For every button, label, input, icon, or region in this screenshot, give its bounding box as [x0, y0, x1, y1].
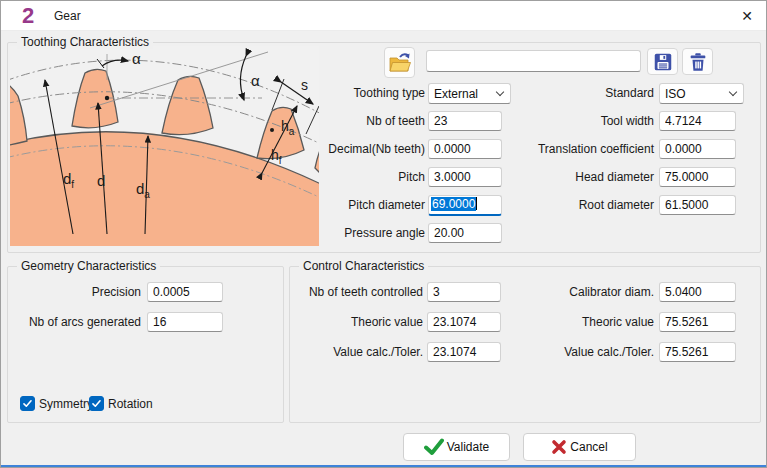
save-button[interactable]: [647, 48, 678, 75]
toothing-group-title: Toothing Characteristics: [17, 35, 153, 49]
value-calc-toler-left-label: Value calc./Toler.: [291, 342, 423, 362]
control-group-title: Control Characteristics: [299, 259, 428, 273]
rotation-checkbox-label: Rotation: [108, 396, 153, 412]
green-check-icon: [424, 438, 444, 456]
value-calc-toler-right-input[interactable]: [659, 342, 736, 362]
app-logo: 2: [22, 3, 34, 29]
validate-button-label: Validate: [447, 440, 489, 454]
window-bottom-accent: [1, 465, 766, 467]
head-diameter-label: Head diameter: [471, 167, 654, 187]
selected-text: 69.0000: [431, 197, 476, 211]
check-icon: [91, 398, 102, 409]
theoric-value-left-label: Theoric value: [291, 312, 423, 332]
precision-input[interactable]: [147, 282, 223, 302]
pressure-angle-input[interactable]: [428, 223, 502, 243]
open-folder-icon: [388, 51, 412, 75]
symmetry-checkbox-label: Symmetry: [39, 396, 93, 412]
value-calc-toler-right-label: Value calc./Toler.: [516, 342, 654, 362]
close-icon[interactable]: ✕: [736, 5, 758, 27]
toothing-type-label: Toothing type: [251, 83, 425, 103]
tool-width-input[interactable]: [659, 111, 736, 131]
decimal-nb-teeth-label: Decimal(Nb teeth): [251, 139, 425, 159]
geometry-group-title: Geometry Characteristics: [17, 259, 160, 273]
translation-coefficient-label: Translation coefficient: [471, 139, 654, 159]
trash-icon: [687, 51, 709, 73]
root-diameter-label: Root diameter: [471, 195, 654, 215]
tool-width-label: Tool width: [471, 111, 654, 131]
d-label: d: [97, 172, 105, 189]
nb-arcs-generated-label: Nb of arcs generated: [21, 312, 141, 332]
pitch-diameter-label: Pitch diameter: [251, 195, 425, 215]
nb-teeth-controlled-input[interactable]: [427, 282, 501, 302]
delete-button[interactable]: [682, 48, 713, 75]
value-calc-toler-left-input[interactable]: [427, 342, 501, 362]
nb-of-teeth-label: Nb of teeth: [251, 111, 425, 131]
translation-coefficient-input[interactable]: [659, 139, 736, 159]
rotation-checkbox[interactable]: [89, 396, 104, 411]
cancel-button[interactable]: Cancel: [523, 433, 636, 461]
standard-select[interactable]: ISO: [659, 83, 744, 104]
open-file-button[interactable]: [384, 47, 415, 78]
standard-value: ISO: [665, 87, 686, 101]
window-title: Gear: [54, 9, 81, 23]
validate-button[interactable]: Validate: [403, 433, 510, 461]
gear-dialog: 2 Gear ✕ Toothing Characteristics Geomet…: [0, 0, 767, 468]
red-x-icon: [551, 439, 567, 455]
profile-name-input[interactable]: [426, 50, 641, 72]
head-diameter-input[interactable]: [659, 167, 736, 187]
cancel-button-label: Cancel: [570, 440, 607, 454]
root-diameter-input[interactable]: [659, 195, 736, 215]
nb-teeth-controlled-label: Nb of teeth controlled: [291, 282, 423, 302]
theoric-value-right-input[interactable]: [659, 312, 736, 332]
standard-label: Standard: [471, 83, 654, 103]
pitch-label: Pitch: [251, 167, 425, 187]
symmetry-checkbox[interactable]: [20, 396, 35, 411]
pressure-angle-label: Pressure angle: [251, 223, 425, 243]
save-floppy-icon: [652, 51, 674, 73]
alpha-label-1: α: [132, 50, 141, 67]
nb-arcs-generated-input[interactable]: [147, 312, 223, 332]
calibrator-diam-label: Calibrator diam.: [516, 282, 654, 302]
check-icon: [22, 398, 33, 409]
precision-label: Precision: [21, 282, 141, 302]
theoric-value-left-input[interactable]: [427, 312, 501, 332]
title-bar: 2 Gear ✕: [1, 1, 766, 31]
theoric-value-right-label: Theoric value: [516, 312, 654, 332]
calibrator-diam-input[interactable]: [659, 282, 736, 302]
chevron-down-icon: [729, 88, 737, 96]
